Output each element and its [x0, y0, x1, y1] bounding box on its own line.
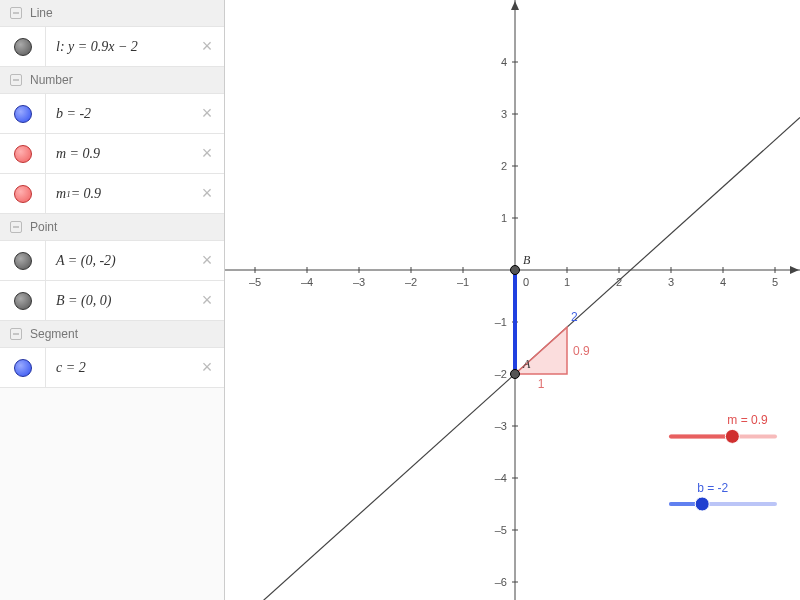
x-tick-label: –5 [249, 276, 261, 288]
category-label: Line [30, 6, 53, 20]
collapse-icon[interactable] [10, 221, 22, 233]
delete-button[interactable]: × [190, 174, 224, 213]
collapse-icon[interactable] [10, 7, 22, 19]
close-icon: × [202, 143, 213, 164]
dot-icon [14, 38, 32, 56]
delete-button[interactable]: × [190, 281, 224, 320]
category-label: Segment [30, 327, 78, 341]
color-swatch[interactable] [0, 174, 46, 213]
y-tick-label: 4 [501, 56, 507, 68]
y-tick-label: –4 [495, 472, 507, 484]
y-tick-label: –5 [495, 524, 507, 536]
x-tick-label: 3 [668, 276, 674, 288]
close-icon: × [202, 36, 213, 57]
object-label: m1 = 0.9 [46, 174, 190, 213]
y-tick-label: 1 [501, 212, 507, 224]
collapse-icon[interactable] [10, 74, 22, 86]
slope-run-label: 1 [538, 377, 545, 391]
delete-button[interactable]: × [190, 27, 224, 66]
y-tick-label: –6 [495, 576, 507, 588]
color-swatch[interactable] [0, 94, 46, 133]
y-tick-label: –1 [495, 316, 507, 328]
dot-icon [14, 252, 32, 270]
origin-label: 0 [523, 276, 529, 288]
y-tick-label: –2 [495, 368, 507, 380]
object-label: A = (0, -2) [46, 241, 190, 280]
category-line-header[interactable]: Line [0, 0, 224, 27]
close-icon: × [202, 250, 213, 271]
delete-button[interactable]: × [190, 94, 224, 133]
x-tick-label: 1 [564, 276, 570, 288]
object-label: l: y = 0.9x − 2 [46, 27, 190, 66]
close-icon: × [202, 103, 213, 124]
point-label-B: B [523, 253, 531, 267]
color-swatch[interactable] [0, 134, 46, 173]
dot-icon [14, 185, 32, 203]
dot-icon [14, 145, 32, 163]
object-label: b = -2 [46, 94, 190, 133]
object-row-line-l[interactable]: l: y = 0.9x − 2 × [0, 27, 224, 67]
slider-label: m = 0.9 [727, 413, 768, 427]
slider-label: b = -2 [697, 481, 728, 495]
x-tick-label: –4 [301, 276, 313, 288]
y-tick-label: –3 [495, 420, 507, 432]
y-tick-label: 3 [501, 108, 507, 120]
category-number-header[interactable]: Number [0, 67, 224, 94]
graph-canvas[interactable]: –5–4–3–2–112345–6–5–4–3–2–11234010.92ABm… [225, 0, 800, 600]
x-axis-arrow-icon [790, 266, 799, 274]
collapse-icon[interactable] [10, 328, 22, 340]
delete-button[interactable]: × [190, 241, 224, 280]
x-tick-label: 5 [772, 276, 778, 288]
dot-icon [14, 105, 32, 123]
algebra-sidebar: Line l: y = 0.9x − 2 × Number b = -2 × m… [0, 0, 225, 600]
line-l[interactable] [225, 118, 800, 601]
category-label: Number [30, 73, 73, 87]
object-row-B[interactable]: B = (0, 0) × [0, 281, 224, 321]
slider-handle[interactable] [695, 497, 709, 511]
y-tick-label: 2 [501, 160, 507, 172]
object-row-m1[interactable]: m1 = 0.9 × [0, 174, 224, 214]
object-row-b[interactable]: b = -2 × [0, 94, 224, 134]
object-row-c[interactable]: c = 2 × [0, 348, 224, 388]
close-icon: × [202, 357, 213, 378]
object-label: m = 0.9 [46, 134, 190, 173]
delete-button[interactable]: × [190, 134, 224, 173]
dot-icon [14, 359, 32, 377]
category-point-header[interactable]: Point [0, 214, 224, 241]
dot-icon [14, 292, 32, 310]
slope-rise-label: 0.9 [573, 344, 590, 358]
x-tick-label: –1 [457, 276, 469, 288]
color-swatch[interactable] [0, 27, 46, 66]
object-row-m[interactable]: m = 0.9 × [0, 134, 224, 174]
x-tick-label: –3 [353, 276, 365, 288]
x-tick-label: –2 [405, 276, 417, 288]
category-segment-header[interactable]: Segment [0, 321, 224, 348]
object-label: B = (0, 0) [46, 281, 190, 320]
delete-button[interactable]: × [190, 348, 224, 387]
color-swatch[interactable] [0, 241, 46, 280]
graph-view[interactable]: –5–4–3–2–112345–6–5–4–3–2–11234010.92ABm… [225, 0, 800, 600]
category-label: Point [30, 220, 57, 234]
point-A[interactable] [511, 370, 520, 379]
app-root: Line l: y = 0.9x − 2 × Number b = -2 × m… [0, 0, 800, 600]
color-swatch[interactable] [0, 281, 46, 320]
object-label: c = 2 [46, 348, 190, 387]
x-tick-label: 4 [720, 276, 726, 288]
y-axis-arrow-icon [511, 1, 519, 10]
close-icon: × [202, 290, 213, 311]
point-label-A: A [522, 357, 531, 371]
slider-handle[interactable] [725, 429, 739, 443]
object-row-A[interactable]: A = (0, -2) × [0, 241, 224, 281]
point-B[interactable] [511, 266, 520, 275]
slope-hyp-label: 2 [571, 310, 578, 324]
color-swatch[interactable] [0, 348, 46, 387]
close-icon: × [202, 183, 213, 204]
